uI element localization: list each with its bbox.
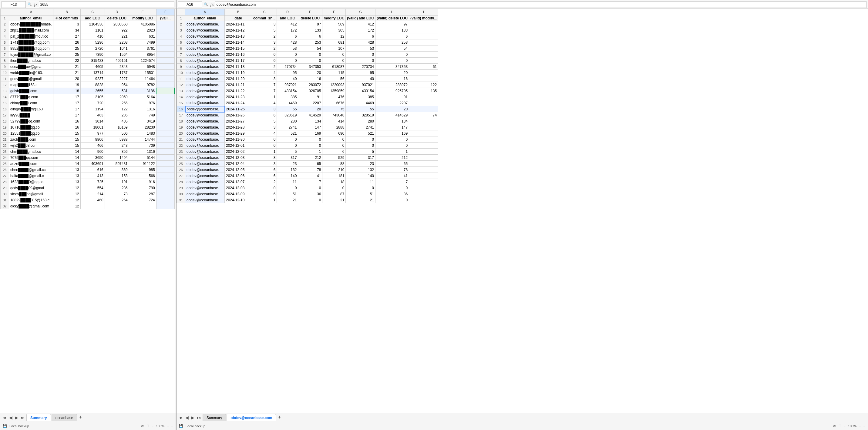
cell-r15-c0-right[interactable]: obdev@oceanbase. <box>185 100 225 106</box>
cell-r3-c2-right[interactable]: 5 <box>252 27 277 33</box>
cell-r27-c4-right[interactable]: 41 <box>298 173 322 179</box>
cell-r29-c0-right[interactable]: obdev@oceanbase. <box>185 185 225 191</box>
cell-r13-c0-right[interactable]: obdev@oceanbase. <box>185 88 225 94</box>
cell-r15-c6-right[interactable]: 4469 <box>346 100 375 106</box>
cell-r17-c1-left[interactable]: 17 <box>53 112 81 118</box>
cell-r4-c2-left[interactable]: 410 <box>81 33 105 39</box>
cell-r24-c1-left[interactable]: 14 <box>53 155 81 161</box>
cell-r15-c0-left[interactable]: chimy███il.com <box>9 100 53 106</box>
cell-r22-c1-right[interactable]: 2024-12-01 <box>225 143 252 149</box>
col-header-A-right[interactable]: A <box>185 9 225 15</box>
cell-r8-c3-left[interactable]: 409151 <box>105 58 129 64</box>
cell-r13-c5-right[interactable]: 1359859 <box>322 88 346 94</box>
cell-r3-c3-right[interactable]: 172 <box>277 27 298 33</box>
cell-r29-c4-left[interactable]: 790 <box>129 185 156 191</box>
cell-r26-c6-right[interactable]: 132 <box>346 167 375 173</box>
cell-r9-c3-left[interactable]: 2343 <box>105 64 129 70</box>
cell-r26-c0-right[interactable]: obdev@oceanbase. <box>185 167 225 173</box>
cell-r32-c2-left[interactable] <box>81 203 105 209</box>
cell-r25-c7-right[interactable]: 65 <box>375 161 409 167</box>
cell-r21-c4-right[interactable]: 0 <box>298 136 322 143</box>
cell-r14-c3-left[interactable]: 2059 <box>105 94 129 100</box>
cell-r13-c3-right[interactable]: 433154 <box>277 88 298 94</box>
cell-r17-c2-left[interactable]: 463 <box>81 112 105 118</box>
cell-r7-c3-right[interactable]: 0 <box>277 52 298 58</box>
cell-r2-c6-right[interactable]: 412 <box>346 21 375 27</box>
cell-r21-c1-right[interactable]: 2024-11-30 <box>225 136 252 143</box>
cell-r14-c6-right[interactable]: 385 <box>346 94 375 100</box>
tab-oceanbase-right[interactable]: obdev@oceanbase.com <box>226 414 276 421</box>
cell-r10-c8-right[interactable] <box>409 70 438 76</box>
cell-r31-c4-right[interactable]: 0 <box>298 197 322 203</box>
cell-r29-c7-right[interactable]: 0 <box>375 185 409 191</box>
cell-r19-c6-right[interactable]: 2741 <box>346 124 375 130</box>
cell-r22-c0-left[interactable]: wjh2███63.com <box>9 143 53 149</box>
cell-r3-c2-left[interactable]: 1101 <box>81 27 105 33</box>
cell-r26-c0-left[interactable]: chen████@gmail.cc <box>9 167 53 173</box>
cell-r6-c2-left[interactable]: 2720 <box>81 45 105 52</box>
cell-r20-c2-left[interactable]: 977 <box>81 130 105 136</box>
cell-r17-c8-right[interactable]: 74 <box>409 112 438 118</box>
cell-r31-c1-right[interactable]: 2024-12-10 <box>225 197 252 203</box>
cell-r19-c7-right[interactable]: 147 <box>375 124 409 130</box>
tab-nav-first-left[interactable]: ⏮ <box>2 415 8 420</box>
cell-r10-c4-left[interactable]: 15501 <box>129 70 156 76</box>
cell-r20-c3-left[interactable]: 506 <box>105 130 129 136</box>
cell-r16-c1-right[interactable]: 2024-11-25 <box>225 106 252 112</box>
cell-r30-c5-right[interactable]: 87 <box>322 191 346 197</box>
cell-r19-c5-left[interactable] <box>156 124 175 130</box>
cell-r6-c0-right[interactable]: obdev@oceanbase. <box>185 45 225 52</box>
cell-r28-c4-left[interactable]: 916 <box>129 179 156 185</box>
cell-r17-c0-left[interactable]: llyy98████ <box>9 112 53 118</box>
cell-r4-c1-right[interactable]: 2024-11-13 <box>225 33 252 39</box>
cell-r4-c0-right[interactable]: obdev@oceanbase. <box>185 33 225 39</box>
cell-r28-c5-left[interactable] <box>156 179 175 185</box>
cell-r23-c4-right[interactable]: 1 <box>298 149 322 155</box>
cell-r22-c2-left[interactable]: 466 <box>81 143 105 149</box>
cell-r30-c1-right[interactable]: 2024-12-09 <box>225 191 252 197</box>
cell-r13-c6-right[interactable]: 433154 <box>346 88 375 94</box>
cell-r2-c1-left[interactable]: 3 <box>53 21 81 27</box>
cell-r19-c0-left[interactable]: 10710████qq.co <box>9 124 53 130</box>
cell-r20-c8-right[interactable] <box>409 130 438 136</box>
cell-r25-c4-left[interactable]: 911122 <box>129 161 156 167</box>
cell-r25-c6-right[interactable]: 23 <box>346 161 375 167</box>
cell-r7-c0-right[interactable]: obdev@oceanbase. <box>185 52 225 58</box>
cell-r31-c1-left[interactable]: 12 <box>53 197 81 203</box>
cell-r18-c1-left[interactable]: 16 <box>53 118 81 124</box>
cell-r27-c7-right[interactable]: 41 <box>375 173 409 179</box>
cell-r12-c1-left[interactable]: 19 <box>53 82 81 88</box>
cell-r6-c6-right[interactable]: 53 <box>346 45 375 52</box>
cell-r10-c3-right[interactable]: 95 <box>277 70 298 76</box>
cell-r18-c3-right[interactable]: 280 <box>277 118 298 124</box>
cell-r23-c0-right[interactable]: obdev@oceanbase. <box>185 149 225 155</box>
cell-r8-c8-right[interactable] <box>409 58 438 64</box>
cell-r2-c1-right[interactable]: 2024-11-11 <box>225 21 252 27</box>
tab-oceanbase-left[interactable]: oceanbase <box>52 414 78 421</box>
cell-r7-c2-right[interactable]: 0 <box>252 52 277 58</box>
cell-r13-c4-right[interactable]: 926705 <box>298 88 322 94</box>
cell-r27-c8-right[interactable] <box>409 173 438 179</box>
cell-r10-c5-right[interactable]: 115 <box>322 70 346 76</box>
cell-r28-c7-right[interactable]: 7 <box>375 179 409 185</box>
cell-r29-c8-right[interactable] <box>409 185 438 191</box>
cell-r29-c6-right[interactable]: 0 <box>346 185 375 191</box>
cell-r29-c0-left[interactable]: qcds████09@gmai <box>9 185 53 191</box>
cell-r23-c2-right[interactable]: 1 <box>252 149 277 155</box>
cell-r7-c4-right[interactable]: 0 <box>298 52 322 58</box>
cell-r9-c8-right[interactable]: 61 <box>409 64 438 70</box>
cell-r7-c7-right[interactable]: 0 <box>375 52 409 58</box>
cell-r14-c3-right[interactable]: 385 <box>277 94 298 100</box>
cell-r4-c1-left[interactable]: 27 <box>53 33 81 39</box>
cell-r23-c1-right[interactable]: 2024-12-02 <box>225 149 252 155</box>
cell-r10-c1-right[interactable]: 2024-11-19 <box>225 70 252 76</box>
cell-r18-c2-right[interactable]: 5 <box>252 118 277 124</box>
cell-r11-c0-right[interactable]: obdev@oceanbase. <box>185 76 225 82</box>
cell-r9-c5-right[interactable]: 618087 <box>322 64 346 70</box>
cell-r9-c2-left[interactable]: 4605 <box>81 64 105 70</box>
cell-r15-c5-right[interactable]: 6676 <box>322 100 346 106</box>
cell-r15-c7-right[interactable]: 2207 <box>375 100 409 106</box>
cell-r24-c8-right[interactable] <box>409 155 438 161</box>
cell-r3-c0-left[interactable]: zhjc1██████mail.com <box>9 27 53 33</box>
tab-nav-prev-right[interactable]: ◀ <box>184 415 190 420</box>
